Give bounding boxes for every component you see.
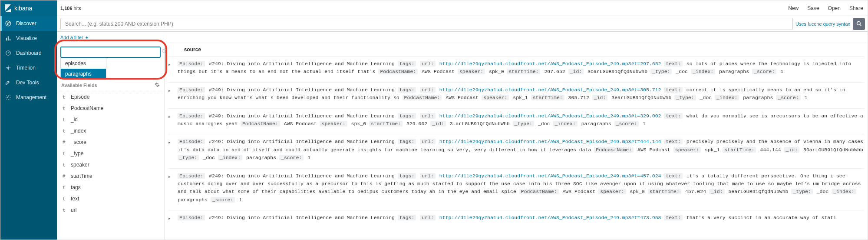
gauge-icon (5, 50, 12, 57)
field-name: tags (71, 184, 81, 190)
nav-management[interactable]: Management (0, 90, 57, 105)
field-url[interactable]: turl (57, 204, 164, 216)
field-name: _score (71, 139, 86, 145)
main-area: 1,106 hits New Save Open Share Uses luce… (57, 0, 868, 240)
app-root: kibana Discover Visualize Dashboard Time… (0, 0, 868, 240)
lion-icon (5, 64, 12, 71)
nav-timelion[interactable]: Timelion (0, 60, 57, 75)
field-name: _id (71, 117, 78, 123)
field-name: PodcastName (71, 105, 103, 111)
svg-point-0 (6, 21, 11, 26)
action-share[interactable]: Share (845, 0, 868, 16)
document-row: ▸Episode: #249: Diving into Artificial I… (168, 134, 864, 168)
document-source: Episode: #249: Diving into Artificial In… (178, 60, 864, 76)
svg-point-10 (162, 50, 165, 53)
svg-point-8 (857, 22, 860, 25)
document-row: ▸Episode: #249: Diving into Artificial I… (168, 82, 864, 108)
available-fields-label: Available Fields (61, 83, 97, 88)
expand-toggle[interactable]: ▸ (168, 214, 178, 223)
index-option-paragraphs[interactable]: paragraphs (61, 69, 106, 79)
field-type-icon: t (61, 196, 66, 202)
hit-count: 1,106 hits (60, 6, 87, 11)
fields-sidebar: episodes paragraphs Available Fields tEp… (57, 43, 165, 240)
document-row: ▸Episode: #249: Diving into Artificial I… (168, 210, 864, 229)
expand-toggle[interactable]: ▸ (168, 138, 178, 162)
document-list: ▸Episode: #249: Diving into Artificial I… (168, 57, 864, 229)
available-fields-header: Available Fields (57, 80, 164, 91)
svg-rect-3 (8, 36, 9, 40)
action-new[interactable]: New (784, 0, 803, 16)
add-filter-label: Add a filter (60, 35, 83, 40)
filter-bar: Add a filter + (57, 32, 868, 43)
url-link[interactable]: http://d1le29qyzha1u4.cloudfront.net/AWS… (439, 61, 661, 67)
nav-devtools[interactable]: Dev Tools (0, 75, 57, 90)
brand-label: kibana (14, 5, 32, 12)
expand-toggle[interactable]: ▸ (168, 112, 178, 128)
field-type-icon: t (61, 207, 66, 213)
url-link[interactable]: http://d1le29qyzha1u4.cloudfront.net/AWS… (439, 215, 661, 220)
action-save[interactable]: Save (803, 0, 823, 16)
field-startTime[interactable]: #startTime (57, 170, 164, 182)
expand-toggle[interactable]: ▸ (168, 172, 178, 204)
url-link[interactable]: http://d1le29qyzha1u4.cloudfront.net/AWS… (439, 173, 661, 179)
expand-toggle[interactable]: ▸ (168, 86, 178, 102)
nav-label: Management (16, 94, 46, 100)
kibana-logo-icon (5, 4, 12, 12)
url-link[interactable]: http://d1le29qyzha1u4.cloudfront.net/AWS… (439, 113, 661, 119)
side-nav: kibana Discover Visualize Dashboard Time… (0, 0, 57, 240)
document-source: Episode: #249: Diving into Artificial In… (178, 86, 864, 102)
field-text[interactable]: ttext (57, 193, 164, 204)
url-link[interactable]: http://d1le29qyzha1u4.cloudfront.net/AWS… (439, 139, 661, 144)
expand-toggle[interactable]: ▸ (168, 60, 178, 76)
field-name: startTime (71, 173, 92, 179)
field-name: speaker (71, 162, 89, 168)
field-type-icon: t (61, 185, 66, 190)
document-source: Episode: #249: Diving into Artificial In… (178, 112, 864, 128)
nav-visualize[interactable]: Visualize (0, 31, 57, 46)
index-pattern-input[interactable] (60, 47, 161, 58)
svg-point-6 (7, 67, 10, 69)
nav-label: Discover (16, 20, 36, 27)
brand[interactable]: kibana (0, 0, 57, 16)
search-icon (856, 21, 862, 27)
document-row: ▸Episode: #249: Diving into Artificial I… (168, 108, 864, 134)
svg-line-11 (165, 52, 166, 53)
plus-icon: + (86, 35, 88, 40)
document-row: ▸Episode: #249: Diving into Artificial I… (168, 57, 864, 82)
source-column-header: _source (168, 43, 864, 57)
field-type-icon: t (61, 94, 66, 100)
svg-rect-2 (6, 38, 7, 40)
field-name: _index (71, 128, 86, 134)
query-input[interactable] (60, 18, 793, 30)
fields-settings-button[interactable] (155, 82, 160, 88)
field-type-icon: # (61, 173, 66, 179)
nav-label: Visualize (16, 35, 37, 41)
field-speaker[interactable]: tspeaker (57, 159, 164, 170)
hit-suffix: hits (73, 6, 81, 11)
body: episodes paragraphs Available Fields tEp… (57, 43, 868, 240)
field-_id[interactable]: t_id (57, 114, 164, 125)
document-source: Episode: #249: Diving into Artificial In… (178, 214, 864, 223)
document-row: ▸Episode: #249: Diving into Artificial I… (168, 168, 864, 210)
field-Episode[interactable]: tEpisode (57, 91, 164, 103)
field-tags[interactable]: ttags (57, 182, 164, 193)
nav-label: Dashboard (16, 50, 42, 56)
search-button[interactable] (853, 18, 865, 30)
action-open[interactable]: Open (824, 0, 845, 16)
field-type-icon: t (61, 128, 66, 134)
lucene-syntax-link[interactable]: Uses lucene query syntax (795, 21, 850, 27)
field-name: _type (71, 150, 83, 157)
compass-icon (5, 20, 12, 27)
index-option-episodes[interactable]: episodes (61, 58, 106, 69)
url-link[interactable]: http://d1le29qyzha1u4.cloudfront.net/AWS… (439, 87, 661, 93)
field-type-icon: # (61, 140, 66, 145)
nav-discover[interactable]: Discover (0, 16, 57, 31)
field-_score[interactable]: #_score (57, 137, 164, 148)
field-PodcastName[interactable]: tPodcastName (57, 103, 164, 114)
gear-icon (5, 94, 12, 101)
nav-dashboard[interactable]: Dashboard (0, 46, 57, 60)
search-icon (162, 49, 167, 55)
field-_index[interactable]: t_index (57, 125, 164, 137)
add-filter-link[interactable]: Add a filter + (60, 35, 88, 40)
field-_type[interactable]: t_type (57, 148, 164, 159)
